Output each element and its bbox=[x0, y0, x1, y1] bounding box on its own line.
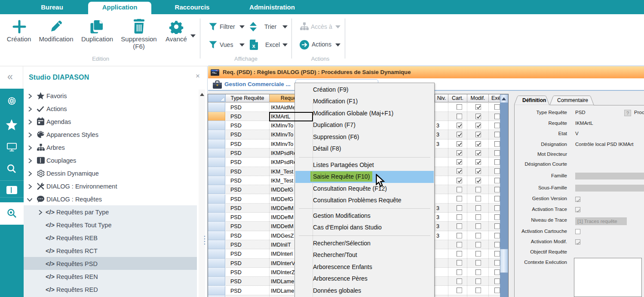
svg-text:x: x bbox=[252, 43, 255, 49]
